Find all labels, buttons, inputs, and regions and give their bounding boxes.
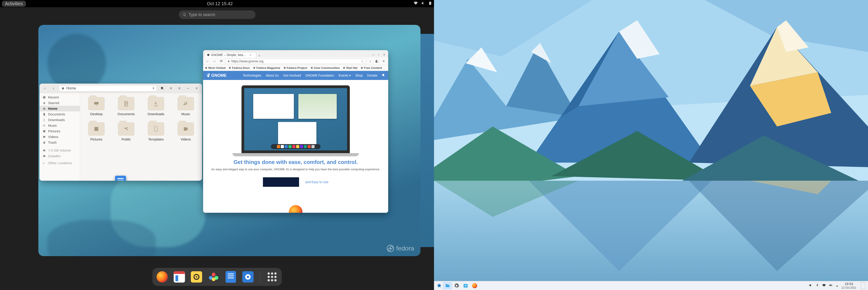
folder-templates[interactable]: Templates bbox=[141, 122, 171, 147]
tray-expand-icon[interactable]: ▲ bbox=[836, 284, 838, 287]
nav-forward-button[interactable]: › bbox=[50, 85, 57, 91]
window-maximize-icon[interactable]: ▫ bbox=[376, 52, 381, 57]
tray-battery-icon[interactable] bbox=[829, 284, 833, 288]
downloads-icon[interactable]: ↓ bbox=[367, 58, 373, 64]
sidebar-item-music[interactable]: Music bbox=[39, 123, 80, 128]
download-button[interactable] bbox=[263, 177, 299, 187]
task-system-settings[interactable] bbox=[452, 282, 461, 289]
dash-files[interactable] bbox=[224, 271, 237, 283]
nav-about[interactable]: About Us bbox=[266, 74, 279, 77]
activities-button[interactable]: Activities bbox=[2, 1, 26, 7]
gnome-logo[interactable]: GNOME bbox=[206, 73, 226, 78]
nav-search-icon[interactable] bbox=[382, 74, 385, 78]
bookmark-red-hat[interactable]: Red Hat bbox=[343, 66, 357, 69]
panel-clock[interactable]: 19:53 12 Oct 2021 bbox=[842, 282, 856, 289]
path-chevron-icon: ▾ bbox=[153, 86, 154, 90]
easy-to-use-link[interactable]: and Easy to Use bbox=[305, 180, 329, 184]
sidebar-item-trash[interactable]: Trash bbox=[39, 140, 80, 145]
new-tab-button[interactable]: + bbox=[256, 54, 262, 57]
view-options-button[interactable]: ≡ bbox=[168, 85, 174, 91]
overview-search[interactable]: Type to search bbox=[179, 10, 255, 19]
svg-point-17 bbox=[207, 76, 207, 76]
files-app-badge-icon bbox=[115, 176, 126, 181]
bookmark-fedora-magazine[interactable]: Fedora Magazine bbox=[253, 66, 280, 69]
tab-close-icon[interactable]: × bbox=[249, 53, 251, 57]
hamburger-button[interactable]: ≡ bbox=[176, 85, 183, 91]
nav-technologies[interactable]: Technologies bbox=[243, 74, 261, 77]
search-placeholder: Type to search bbox=[189, 12, 215, 17]
bookmark-fedora-project[interactable]: Fedora Project bbox=[283, 66, 307, 69]
dash-photos[interactable] bbox=[208, 271, 220, 283]
close-button[interactable]: × bbox=[193, 85, 200, 91]
folder-documents[interactable]: Documents bbox=[111, 97, 141, 122]
path-bar[interactable]: Home ▾ bbox=[59, 85, 157, 91]
tray-volume-icon[interactable] bbox=[809, 284, 812, 288]
sidebar-item-recent[interactable]: Recent bbox=[39, 94, 80, 100]
folder-music[interactable]: Music bbox=[171, 97, 200, 122]
hero-headline: Get things done with ease, comfort, and … bbox=[207, 159, 384, 165]
task-discover[interactable] bbox=[461, 282, 470, 289]
folder-pictures[interactable]: Pictures bbox=[82, 122, 111, 147]
dash-firefox[interactable] bbox=[156, 271, 168, 283]
sidebar-item-pictures[interactable]: Pictures bbox=[39, 128, 80, 134]
svg-point-7 bbox=[205, 67, 207, 69]
sidebar-item-documents[interactable]: Documents bbox=[39, 111, 80, 117]
kde-desktop: ▲ 19:53 12 Oct 2021 bbox=[434, 0, 868, 290]
tab-title: GNOME – Simple, bea… bbox=[211, 53, 246, 57]
bookmark-user-communities[interactable]: User Communities bbox=[311, 66, 340, 69]
sidebar-item-volume[interactable]: 7.9 GB Volume bbox=[39, 147, 80, 153]
nav-back-icon[interactable]: ← bbox=[205, 58, 210, 64]
volume-icon[interactable] bbox=[421, 1, 425, 6]
folder-desktop[interactable]: Desktop bbox=[82, 97, 111, 122]
nav-back-button[interactable]: ‹ bbox=[42, 85, 48, 91]
task-dolphin[interactable] bbox=[443, 282, 452, 289]
nav-donate[interactable]: Donate bbox=[367, 74, 377, 77]
bookmark-star-icon[interactable]: ☆ bbox=[361, 59, 364, 63]
firefox-window[interactable]: GNOME – Simple, bea… × + – ▫ × ← → ⟳ bbox=[203, 50, 388, 213]
files-sidebar: Recent Starred Home Documents Downloads … bbox=[39, 93, 80, 181]
menu-icon[interactable]: ≡ bbox=[381, 58, 386, 64]
nav-foundation[interactable]: GNOME Foundation bbox=[306, 74, 334, 77]
bookmark-most-visited[interactable]: Most Visited bbox=[205, 66, 225, 69]
power-icon[interactable] bbox=[428, 1, 432, 6]
app-launcher-button[interactable] bbox=[435, 282, 443, 289]
nav-involved[interactable]: Get Involved bbox=[283, 74, 301, 77]
minimize-button[interactable]: – bbox=[185, 85, 191, 91]
task-firefox[interactable] bbox=[470, 282, 479, 289]
sidebar-item-starred[interactable]: Starred bbox=[39, 100, 80, 106]
url-bar[interactable]: https://www.gnome.org ☆ bbox=[225, 58, 366, 64]
sidebar-item-datadev[interactable]: Datadev bbox=[39, 153, 80, 159]
firefox-tab-bar: GNOME – Simple, bea… × + – ▫ × bbox=[203, 50, 388, 57]
bookmark-fedora-docs[interactable]: Fedora Docs bbox=[228, 66, 250, 69]
dash-rhythmbox[interactable] bbox=[190, 271, 203, 283]
dash-software[interactable] bbox=[242, 271, 254, 283]
network-icon[interactable] bbox=[414, 1, 418, 6]
sidebar-item-downloads[interactable]: Downloads bbox=[39, 117, 80, 123]
folder-public[interactable]: Public bbox=[111, 122, 141, 147]
folder-videos[interactable]: Videos bbox=[171, 122, 200, 147]
sidebar-item-home[interactable]: Home bbox=[39, 106, 80, 111]
nav-shop[interactable]: Shop bbox=[355, 74, 363, 77]
nav-events[interactable]: Events ▾ bbox=[339, 74, 351, 77]
account-icon[interactable]: ◐ bbox=[374, 58, 380, 64]
browser-tab[interactable]: GNOME – Simple, bea… × bbox=[205, 52, 256, 57]
files-window[interactable]: ‹ › Home ▾ ≡ ≡ – × bbox=[39, 84, 202, 181]
clock-date: 12 Oct 2021 bbox=[842, 286, 856, 289]
show-desktop-button[interactable] bbox=[861, 282, 865, 289]
window-minimize-icon[interactable]: – bbox=[371, 52, 376, 57]
tray-bluetooth-icon[interactable] bbox=[815, 284, 819, 288]
dash-calendar[interactable] bbox=[173, 271, 185, 283]
sidebar-item-videos[interactable]: Videos bbox=[39, 134, 80, 140]
workspace-current[interactable]: fedora ‹ › Home ▾ ≡ ≡ bbox=[38, 25, 421, 256]
sidebar-item-other-locations[interactable]: +Other Locations bbox=[39, 160, 80, 166]
folder-downloads[interactable]: Downloads bbox=[141, 97, 171, 122]
window-close-icon[interactable]: × bbox=[381, 52, 387, 57]
search-button[interactable] bbox=[159, 85, 165, 91]
path-label: Home bbox=[66, 86, 76, 90]
bookmark-free-content[interactable]: Free Content bbox=[361, 66, 382, 69]
dash-show-apps[interactable] bbox=[266, 271, 278, 283]
topbar-clock[interactable]: Oct 12 15:42 bbox=[207, 1, 233, 6]
reload-icon[interactable]: ⟳ bbox=[218, 58, 224, 64]
tray-network-icon[interactable] bbox=[822, 284, 826, 288]
nav-forward-icon[interactable]: → bbox=[212, 58, 217, 64]
